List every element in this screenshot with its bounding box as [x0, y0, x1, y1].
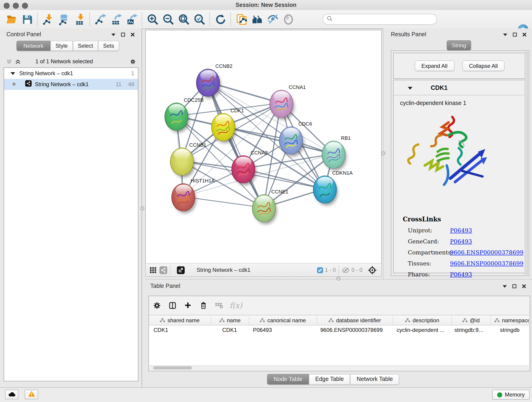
network-graph[interactable]: CCNB2CCNA1CDC25BCDK1CDC6RB1CCNB1CCNA2CDK… [146, 30, 381, 264]
network-node-CDC25B[interactable] [165, 102, 188, 130]
network-node-CCNB1[interactable] [170, 147, 194, 175]
column-header-description[interactable]: description [393, 315, 452, 325]
collapse-all-button[interactable]: Collapse All [462, 61, 505, 71]
panel-menu-icon[interactable] [110, 32, 116, 37]
tab-node-table[interactable]: Node Table [267, 374, 309, 385]
panel-close-icon[interactable] [521, 283, 526, 289]
cloud-button[interactable] [5, 390, 18, 399]
home-button[interactable] [249, 12, 265, 27]
grid-icon[interactable] [149, 266, 157, 274]
table-row[interactable]: CDK1CDK1P064939606.ENSP00000378699cyclin… [149, 325, 529, 335]
zoom-out-button[interactable] [160, 12, 176, 27]
splitter-handle[interactable] [140, 206, 144, 211]
network-edges[interactable] [146, 30, 381, 264]
warning-button[interactable] [25, 390, 38, 399]
zoom-in-button[interactable] [145, 12, 160, 27]
import-database-button[interactable] [56, 12, 71, 27]
crosslink-link[interactable]: P06493 [450, 271, 472, 278]
cell[interactable]: CDK1 [211, 325, 248, 335]
import-table-button[interactable] [71, 12, 87, 27]
column-header-name[interactable]: name [211, 315, 249, 325]
cell[interactable]: cyclin-dependent ... [391, 325, 450, 335]
tab-network-table[interactable]: Network Table [350, 374, 399, 385]
scrollbar-thumb[interactable] [153, 366, 192, 370]
export-table-button[interactable] [108, 12, 124, 27]
tab-string[interactable]: String [447, 40, 471, 51]
cell[interactable]: 9606.ENSP00000378699 [316, 325, 391, 335]
refresh-button[interactable] [213, 12, 228, 27]
network-node-RB1[interactable] [322, 140, 346, 168]
columns-icon[interactable] [167, 300, 177, 310]
export-image-button[interactable] [124, 12, 139, 27]
column-header-database-identifier[interactable]: database identifier [317, 315, 393, 325]
network-node-HIST1H1A[interactable] [171, 183, 195, 211]
network-node-CCNE1[interactable] [252, 194, 276, 222]
cell[interactable]: stringdb:9... [450, 325, 488, 335]
column-header-shared-name[interactable]: shared name [149, 315, 211, 325]
tab-select[interactable]: Select [73, 41, 98, 51]
crosslink-link[interactable]: 9606.ENSP00000378699 [450, 260, 524, 267]
open-in-window-icon[interactable] [177, 266, 185, 274]
search-field[interactable] [323, 14, 437, 25]
memory-button[interactable]: Memory [492, 390, 530, 400]
column-header-canonical-name[interactable]: canonical name [249, 315, 317, 325]
cell[interactable]: stringdb [488, 325, 529, 335]
results-scrollbar[interactable] [525, 52, 528, 274]
network-node-CDKN1A[interactable] [313, 175, 337, 203]
crosslink-link[interactable]: P06493 [450, 227, 472, 234]
zoom-fit-button[interactable] [176, 12, 191, 27]
panel-float-icon[interactable] [120, 32, 126, 37]
panel-float-icon[interactable] [511, 283, 517, 289]
splitter-handle[interactable] [336, 276, 341, 281]
import-network-button[interactable] [40, 12, 56, 27]
crosshair-icon[interactable] [368, 266, 377, 274]
hidden-eye-icon[interactable] [342, 267, 350, 273]
crosslink-link[interactable]: 9606.ENSP00000378699 [450, 249, 524, 256]
export-network-button[interactable] [93, 12, 108, 27]
table-hscrollbar[interactable] [149, 365, 528, 370]
splitter-handle[interactable] [381, 151, 385, 155]
column-header-namespace[interactable]: namespace [491, 315, 529, 325]
network-view-panel[interactable]: CCNB2CCNA1CDC25BCDK1CDC6RB1CCNB1CCNA2CDK… [145, 30, 382, 264]
selected-checkbox[interactable] [317, 267, 323, 273]
share-icon[interactable] [159, 266, 167, 274]
panel-menu-icon[interactable] [502, 283, 507, 289]
open-session-button[interactable] [4, 12, 19, 27]
protein-header-row[interactable]: CDK1 [394, 80, 526, 95]
trash-icon[interactable] [198, 300, 209, 310]
tree-expander-icon[interactable] [11, 70, 15, 76]
network-row[interactable]: String Network – cdk1 11 48 [4, 79, 138, 89]
zoom-selected-button[interactable] [191, 12, 207, 27]
expand-all-button[interactable]: Expand All [415, 61, 454, 71]
network-collection-row[interactable]: String Network – cdk1 1 [4, 68, 138, 79]
network-node-CCNA1[interactable] [269, 89, 293, 118]
panel-float-icon[interactable] [512, 32, 517, 37]
panel-menu-icon[interactable] [502, 32, 508, 37]
clipboard-share-button[interactable] [234, 12, 249, 27]
tab-sets[interactable]: Sets [98, 41, 119, 51]
cell[interactable]: P06493 [248, 325, 316, 335]
hide-selected-button[interactable] [265, 12, 280, 27]
collection-label: String Network – cdk1 [19, 70, 73, 76]
search-input[interactable] [335, 16, 428, 23]
collapse-section-icon[interactable] [408, 83, 412, 92]
gear-icon[interactable] [152, 300, 162, 310]
panel-close-icon[interactable] [521, 32, 527, 37]
network-node-CDC6[interactable] [279, 126, 303, 154]
cell[interactable]: CDK1 [149, 325, 211, 335]
tab-network[interactable]: Network [17, 41, 51, 51]
network-node-CCNB2[interactable] [196, 69, 220, 96]
tab-style[interactable]: Style [51, 41, 73, 51]
save-session-button[interactable] [19, 12, 35, 27]
control-panel: Control Panel NetworkStyleSelectSets 1 o… [0, 28, 142, 387]
add-icon[interactable] [183, 300, 193, 310]
tab-edge-table[interactable]: Edge Table [309, 374, 350, 385]
network-node-CCNA2[interactable] [231, 155, 255, 183]
memory-status-icon [497, 392, 502, 397]
show-hidden-button[interactable] [280, 12, 296, 27]
crosslink-link[interactable]: P06493 [450, 238, 472, 245]
panel-close-icon[interactable] [130, 32, 135, 37]
gear-icon[interactable] [130, 59, 136, 64]
network-node-CDK1[interactable] [211, 113, 235, 141]
column-header--id[interactable]: @id [452, 315, 491, 325]
